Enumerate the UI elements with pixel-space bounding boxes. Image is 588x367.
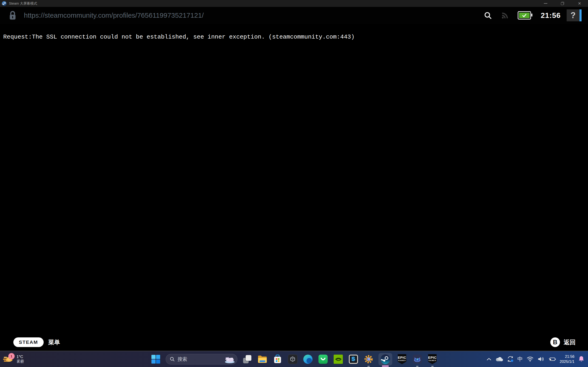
weather-alert-badge: 1 <box>8 353 15 359</box>
s-tool-app-icon[interactable]: S <box>348 354 359 365</box>
taskbar-search-box[interactable]: 搜索 <box>166 354 237 365</box>
battery-indicator <box>518 11 531 19</box>
green-store-app-icon[interactable] <box>318 354 328 365</box>
weather-temperature: 1°C <box>17 354 24 359</box>
titlebar: Steam 大屏幕模式 ✕ <box>0 0 588 7</box>
search-placeholder: 搜索 <box>178 356 224 362</box>
haze-weather-icon: 1 <box>3 354 14 365</box>
battery-charging-icon[interactable] <box>548 357 556 362</box>
steam-icon <box>380 354 390 364</box>
windows-logo-icon <box>151 355 160 364</box>
edge-browser-icon[interactable] <box>303 354 313 365</box>
search-highlight-bear-image <box>224 355 235 364</box>
back-button-hint[interactable]: B 返回 <box>550 337 576 347</box>
watt-toolkit-cat-icon[interactable] <box>412 354 423 365</box>
running-indicator <box>367 366 370 367</box>
battery-fill <box>519 13 530 18</box>
broadcast-rss-icon[interactable] <box>501 11 509 19</box>
ime-language-indicator[interactable]: 中 <box>518 356 523 363</box>
bpm-clock: 21:56 <box>541 11 561 20</box>
tray-chevron-up-icon[interactable] <box>486 358 492 361</box>
tray-clock[interactable]: 21:56 2025/1/1 <box>560 354 574 364</box>
url-text[interactable]: https://steamcommunity.com/profiles/7656… <box>24 11 204 19</box>
game-box-launcher-icon[interactable] <box>287 354 298 365</box>
help-button[interactable]: ? <box>567 9 582 21</box>
lock-icon <box>9 10 16 20</box>
task-view-button[interactable] <box>242 354 252 365</box>
update-sync-icon[interactable] <box>507 356 514 362</box>
wifi-icon[interactable] <box>527 357 534 362</box>
epic-games-icon[interactable]: EPIC GAMES <box>397 354 407 365</box>
steam-logo-icon <box>2 1 7 6</box>
minimize-icon <box>544 3 547 4</box>
back-label: 返回 <box>564 338 576 346</box>
restore-button[interactable] <box>554 0 571 7</box>
tray-date: 2025/1/1 <box>560 359 574 364</box>
help-label: ? <box>571 10 576 20</box>
error-message: Request:The SSL connection could not be … <box>3 33 355 40</box>
window-controls: ✕ <box>537 0 588 7</box>
close-icon: ✕ <box>578 2 581 6</box>
steam-button[interactable]: STEAM <box>13 337 44 347</box>
urlbar-right-controls: 21:56 ? <box>484 9 588 21</box>
gear-tool-app-icon[interactable] <box>363 354 374 365</box>
active-app-backplate <box>379 353 392 365</box>
taskbar: 1 1°C 雾霾 搜索 <box>0 351 588 367</box>
notification-bell-icon[interactable] <box>578 356 584 362</box>
s-glyph: S <box>352 357 355 362</box>
menu-label: 菜单 <box>48 338 60 346</box>
steam-taskbar-icon[interactable] <box>379 354 392 365</box>
search-icon[interactable] <box>484 11 492 19</box>
active-indicator <box>382 365 389 367</box>
microsoft-store-icon[interactable] <box>272 354 283 365</box>
start-button[interactable] <box>150 354 161 365</box>
battery-nub <box>531 14 532 17</box>
epic-games-icon-2[interactable]: EPIC GAMES <box>427 354 438 365</box>
search-icon <box>170 357 175 362</box>
taskbar-center: 搜索 <box>150 351 438 367</box>
menu-button-hint[interactable]: STEAM 菜单 <box>13 337 60 347</box>
weather-widget[interactable]: 1 1°C 雾霾 <box>3 351 24 367</box>
running-indicator <box>416 366 418 367</box>
address-bar[interactable]: https://steamcommunity.com/profiles/7656… <box>0 7 588 24</box>
volume-icon[interactable] <box>537 356 544 362</box>
window-title: Steam 大屏幕模式 <box>9 1 37 6</box>
weather-condition: 雾霾 <box>17 359 24 364</box>
b-button[interactable]: B <box>550 337 560 347</box>
minimize-button[interactable] <box>537 0 554 7</box>
nvidia-geforce-icon[interactable] <box>333 354 344 365</box>
system-tray: 中 21:56 <box>486 351 584 367</box>
running-indicator <box>431 366 434 367</box>
task-view-icon <box>243 355 251 363</box>
tray-time: 21:56 <box>565 354 574 359</box>
file-explorer-icon[interactable] <box>257 354 268 365</box>
restore-icon <box>561 2 564 5</box>
onedrive-icon[interactable] <box>495 357 503 362</box>
close-button[interactable]: ✕ <box>571 0 588 7</box>
